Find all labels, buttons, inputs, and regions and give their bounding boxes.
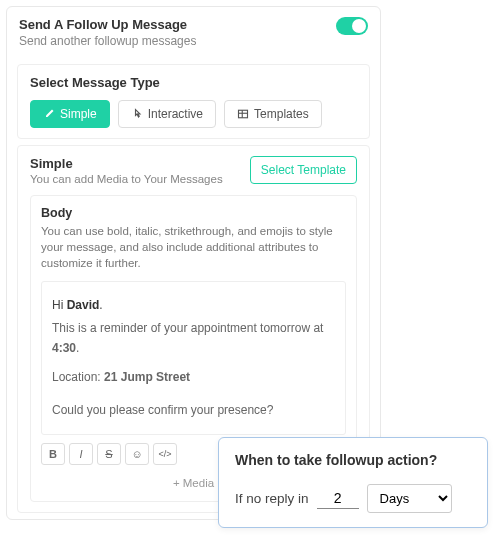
templates-type-button[interactable]: Templates [224,100,322,128]
bold-button[interactable]: B [41,443,65,465]
emoji-button[interactable]: ☺ [125,443,149,465]
followup-timing-popup: When to take followup action? If no repl… [218,437,488,528]
simple-title: Simple [30,156,223,171]
strike-button[interactable]: S [97,443,121,465]
pointer-icon [131,108,143,120]
edit-icon [43,108,55,120]
message-type-title: Select Message Type [30,75,357,90]
line4: Could you please confirm your presence? [52,401,335,420]
templates-type-label: Templates [254,107,309,121]
italic-button[interactable]: I [69,443,93,465]
card-subtitle: Send another followup messages [19,34,336,48]
code-button[interactable]: </> [153,443,177,465]
card-title: Send A Follow Up Message [19,17,336,32]
delay-input[interactable] [317,488,359,509]
enable-toggle[interactable] [336,17,368,35]
svg-rect-0 [239,110,248,118]
greeting-name: David [67,298,100,312]
card-header: Send A Follow Up Message Send another fo… [7,7,380,58]
delay-unit-select[interactable]: Days [367,484,452,513]
line3b: 21 Jump Street [104,370,190,384]
greeting-prefix: Hi [52,298,67,312]
select-template-button[interactable]: Select Template [250,156,357,184]
message-editor[interactable]: Hi David. This is a reminder of your app… [41,281,346,435]
line3a: Location: [52,370,104,384]
body-desc: You can use bold, italic, strikethrough,… [41,223,346,271]
interactive-type-button[interactable]: Interactive [118,100,216,128]
popup-label: If no reply in [235,491,309,506]
simple-subtitle: You can add Media to Your Messages [30,173,223,185]
popup-title: When to take followup action? [235,452,471,468]
line2b: 4:30 [52,341,76,355]
simple-type-button[interactable]: Simple [30,100,110,128]
body-title: Body [41,206,346,220]
line2a: This is a reminder of your appointment t… [52,321,323,335]
interactive-type-label: Interactive [148,107,203,121]
grid-icon [237,108,249,120]
message-type-buttons: Simple Interactive Templates [30,100,357,128]
message-type-section: Select Message Type Simple Interactive T… [17,64,370,139]
simple-type-label: Simple [60,107,97,121]
